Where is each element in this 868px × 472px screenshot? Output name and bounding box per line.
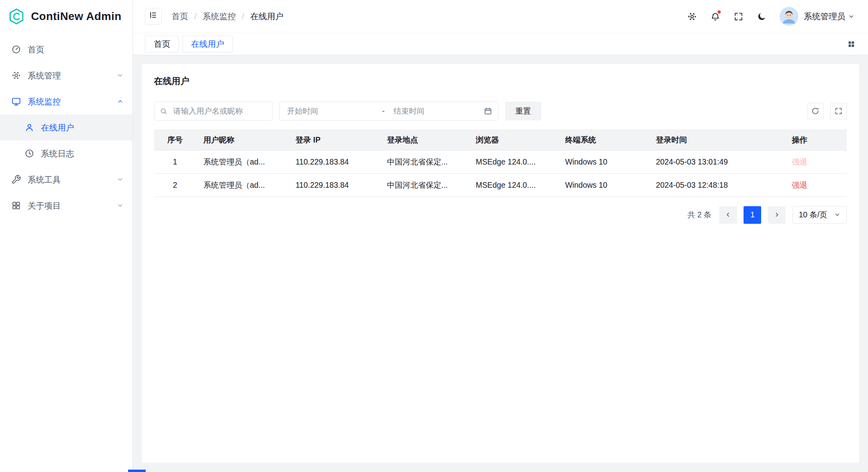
- prev-page-button[interactable]: [719, 206, 737, 224]
- date-range-picker[interactable]: -: [279, 102, 498, 121]
- user-avatar[interactable]: [780, 7, 798, 26]
- app-window: ContiNew Admin 首页 系统管理: [0, 0, 868, 472]
- table-row: 2 系统管理员（ad... 110.229.183.84 中国河北省保定... …: [154, 174, 847, 197]
- column-header: 登录时间: [649, 129, 784, 151]
- sidebar-item-label: 系统日志: [41, 148, 74, 159]
- search-input[interactable]: [172, 106, 267, 116]
- force-logout-link[interactable]: 强退: [792, 181, 808, 189]
- refresh-icon: [811, 107, 820, 115]
- theme-toggle-button[interactable]: [753, 8, 770, 25]
- sidebar-item-system-tools[interactable]: 系统工具: [0, 167, 132, 193]
- column-header: 序号: [154, 129, 196, 151]
- wrench-icon: [11, 175, 21, 185]
- sidebar-item-label: 系统管理: [28, 70, 61, 81]
- fullscreen-button[interactable]: [730, 8, 747, 25]
- moon-icon: [757, 12, 767, 22]
- column-header: 终端系统: [558, 129, 649, 151]
- start-time-input[interactable]: [286, 106, 375, 116]
- tab-online-user[interactable]: 在线用户: [182, 36, 233, 52]
- chevron-left-icon: [725, 211, 732, 218]
- chevron-down-icon: [834, 211, 841, 218]
- notifications-button[interactable]: [706, 8, 724, 25]
- page-number-button[interactable]: 1: [744, 206, 761, 224]
- column-header: 登录 IP: [289, 129, 380, 151]
- sidebar-resize-handle[interactable]: [128, 470, 146, 472]
- grid-icon: [11, 201, 21, 211]
- tab-label: 在线用户: [191, 38, 224, 50]
- sidebar-item-system-log[interactable]: 系统日志: [0, 141, 132, 167]
- settings-button[interactable]: [683, 8, 701, 25]
- menu-fold-icon: [148, 10, 158, 22]
- fullscreen-icon: [734, 12, 744, 22]
- topbar: 首页 / 系统监控 / 在线用户: [133, 0, 868, 33]
- sidebar-menu: 首页 系统管理 系统监控: [0, 33, 132, 219]
- cell-index: 1: [154, 151, 196, 174]
- cell-index: 2: [154, 174, 196, 197]
- search-icon: [160, 107, 167, 115]
- sidebar-collapse-button[interactable]: [145, 8, 161, 24]
- column-header: 用户昵称: [196, 129, 288, 151]
- breadcrumb-item-home[interactable]: 首页: [172, 11, 188, 22]
- clock-icon: [24, 149, 34, 159]
- cell-ip: 110.229.183.84: [289, 151, 380, 174]
- notification-dot: [718, 10, 721, 14]
- sidebar-item-home[interactable]: 首页: [0, 36, 132, 62]
- next-page-button[interactable]: [768, 206, 786, 224]
- online-users-table: 序号 用户昵称 登录 IP 登录地点 浏览器 终端系统 登录时间 操作 1: [154, 129, 847, 197]
- force-logout-link: 强退: [792, 157, 808, 166]
- cell-os: Windows 10: [558, 151, 649, 174]
- search-toolbar: - 重置: [154, 102, 847, 121]
- grid-squares-icon: [847, 40, 856, 48]
- table-fullscreen-button[interactable]: [830, 103, 847, 119]
- column-header: 操作: [785, 129, 847, 151]
- breadcrumb-item-current: 在线用户: [251, 11, 284, 22]
- cell-browser: MSEdge 124.0....: [469, 174, 558, 197]
- chevron-right-icon: [774, 211, 780, 218]
- page-title: 在线用户: [154, 75, 847, 87]
- breadcrumb-item-system-monitor[interactable]: 系统监控: [202, 11, 236, 22]
- reset-button[interactable]: 重置: [505, 102, 541, 121]
- chevron-up-icon: [117, 98, 124, 105]
- monitor-icon: [11, 96, 21, 106]
- breadcrumb-separator: /: [242, 12, 245, 21]
- sidebar-item-system-manage[interactable]: 系统管理: [0, 62, 132, 88]
- pagination: 共 2 条 1 10 条/页: [154, 206, 847, 224]
- chevron-down-icon: [117, 72, 124, 79]
- sidebar-item-online-user[interactable]: 在线用户: [0, 114, 132, 141]
- online-user-card: 在线用户 -: [142, 64, 859, 463]
- sidebar-item-about[interactable]: 关于项目: [0, 193, 132, 219]
- sidebar-item-label: 系统监控: [28, 96, 61, 107]
- tab-actions-button[interactable]: [844, 36, 859, 52]
- pagination-total: 共 2 条: [688, 209, 712, 220]
- logo-icon: [8, 8, 25, 25]
- dashboard-icon: [11, 44, 21, 54]
- table-row: 1 系统管理员（ad... 110.229.183.84 中国河北省保定... …: [154, 151, 847, 174]
- expand-icon: [834, 107, 843, 115]
- cell-os: Windows 10: [558, 174, 649, 197]
- cell-login-time: 2024-05-03 13:01:49: [649, 151, 784, 174]
- topbar-actions: 系统管理员: [683, 7, 855, 26]
- main-area: 首页 / 系统监控 / 在线用户: [133, 0, 868, 472]
- sidebar-item-label: 系统工具: [28, 174, 61, 185]
- cell-location: 中国河北省保定...: [380, 151, 469, 174]
- cell-nickname: 系统管理员（ad...: [196, 151, 288, 174]
- sidebar-item-label: 首页: [28, 44, 44, 55]
- user-icon: [24, 123, 34, 133]
- app-logo[interactable]: ContiNew Admin: [0, 0, 132, 33]
- tab-home[interactable]: 首页: [145, 36, 179, 52]
- calendar-icon: [484, 107, 492, 115]
- app-title: ContiNew Admin: [31, 10, 121, 23]
- page-size-value: 10 条/页: [799, 209, 827, 220]
- breadcrumb: 首页 / 系统监控 / 在线用户: [172, 11, 284, 22]
- table-header-row: 序号 用户昵称 登录 IP 登录地点 浏览器 终端系统 登录时间 操作: [154, 129, 847, 151]
- end-time-input[interactable]: [392, 106, 481, 116]
- chevron-down-icon: [117, 202, 124, 209]
- sidebar-item-system-monitor[interactable]: 系统监控: [0, 88, 132, 114]
- tabbar: 首页 在线用户: [133, 33, 868, 55]
- cell-ip: 110.229.183.84: [289, 174, 380, 197]
- user-menu[interactable]: 系统管理员: [804, 11, 855, 22]
- search-field: [154, 102, 273, 121]
- refresh-button[interactable]: [807, 103, 824, 119]
- page-size-select[interactable]: 10 条/页: [792, 206, 847, 224]
- cell-nickname: 系统管理员（ad...: [196, 174, 288, 197]
